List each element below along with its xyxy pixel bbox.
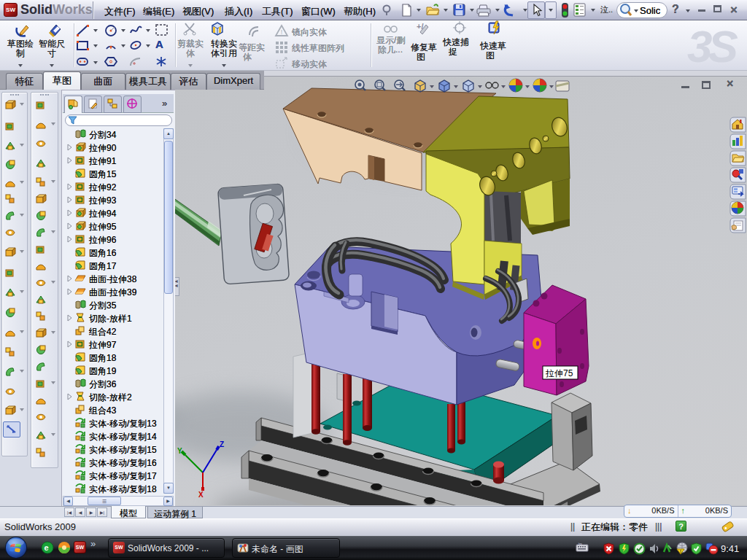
- svg-text:X: X: [198, 491, 204, 499]
- svg-text:!: !: [281, 28, 283, 36]
- svg-text:key: key: [578, 542, 582, 545]
- svg-text:Z: Z: [220, 440, 224, 448]
- svg-text:!: !: [680, 549, 681, 554]
- svg-text:e: e: [44, 543, 49, 552]
- svg-text:拉伸75: 拉伸75: [545, 368, 573, 378]
- svg-text:Y: Y: [177, 447, 182, 455]
